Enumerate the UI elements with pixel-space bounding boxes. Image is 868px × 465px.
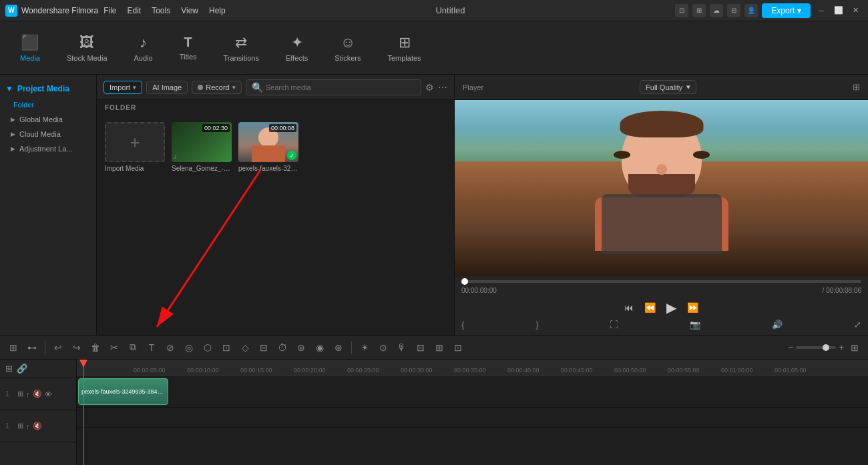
toolbar-media[interactable]: ⬛ Media (13, 30, 47, 66)
media-item-1[interactable]: 00:00:08 ✓ pexels-fauxels-3249993-... (238, 122, 298, 328)
maximize-button[interactable]: ⬜ (832, 4, 845, 17)
menu-tools[interactable]: Tools (152, 6, 170, 15)
ruler-mark-6: 00:00:35:00 (454, 367, 486, 374)
shape-button[interactable]: ◎ (181, 340, 197, 356)
time-display: 00:00:00:00 / 00:00:08:06 (461, 287, 861, 294)
record-dropdown-icon[interactable]: ▾ (232, 84, 236, 91)
export-dropdown-icon[interactable]: ▾ (797, 6, 801, 15)
color-button[interactable]: ◉ (312, 340, 328, 356)
menu-edit[interactable]: Edit (128, 6, 142, 15)
video-thumb-0[interactable]: ♪ 00:02:30 (172, 122, 232, 162)
add-track-icon[interactable]: ⊞ (5, 364, 13, 374)
track-ctrl-top: ⊞ 🔗 (0, 360, 76, 378)
cloud-icon[interactable]: ☁ (710, 4, 723, 17)
mark-in-button[interactable]: { (461, 320, 464, 330)
import-thumb[interactable]: + (105, 122, 165, 162)
frame-back-button[interactable]: ⏪ (644, 302, 656, 313)
record-button[interactable]: Record ▾ (192, 81, 241, 94)
layout-icon[interactable]: ⊟ (727, 4, 740, 17)
mark-out-button[interactable]: } (535, 320, 538, 330)
zoom-thumb[interactable] (823, 344, 829, 351)
text-button[interactable]: T (144, 340, 160, 356)
timer-button[interactable]: ⊘ (162, 340, 178, 356)
timeline-snap-button[interactable]: ⊞ (5, 340, 21, 356)
delete-button[interactable]: 🗑 (87, 340, 103, 356)
toolbar-transitions[interactable]: ⇄ Transitions (217, 30, 266, 66)
video-clip[interactable]: pexels-fauxels-3249935-3840... (78, 378, 168, 405)
progress-handle[interactable] (461, 278, 468, 285)
link-icon[interactable]: 🔗 (17, 364, 27, 374)
toolbar-audio[interactable]: ♪ Audio (128, 30, 160, 66)
motion-button[interactable]: ⊞ (431, 340, 447, 356)
playhead[interactable] (83, 360, 84, 465)
crop-button[interactable]: ⛶ (610, 320, 618, 330)
grid-icon[interactable]: ⊞ (692, 4, 706, 17)
menu-help[interactable]: Help (209, 6, 226, 15)
skip-back-button[interactable]: ⏮ (624, 302, 634, 313)
toolbar-stickers[interactable]: ☺ Stickers (328, 30, 367, 66)
project-media-header[interactable]: ▼ Project Media (0, 80, 96, 97)
video-track-mute-icon[interactable]: 🔇 (33, 390, 42, 398)
minimize-button[interactable]: ─ (815, 4, 828, 17)
toolbar-templates[interactable]: ⊞ Templates (381, 30, 427, 66)
zoom-in-icon[interactable]: + (839, 342, 844, 352)
audio-adjust-button[interactable]: ⊟ (256, 340, 272, 356)
sun-button[interactable]: ☀ (357, 340, 373, 356)
search-input[interactable] (266, 83, 415, 91)
grid-options-button[interactable]: ⊞ (847, 340, 863, 356)
mask-button[interactable]: ⬡ (200, 340, 216, 356)
erase-button[interactable]: ◇ (237, 340, 253, 356)
timeline-magnet-button[interactable]: ⊷ (24, 340, 40, 356)
more-options-icon[interactable]: ⋯ (438, 82, 447, 93)
audio-track-export-icon[interactable]: ↑ (26, 422, 30, 430)
menu-file[interactable]: File (103, 6, 116, 15)
ai-image-button[interactable]: AI Image (146, 81, 188, 94)
user-icon[interactable]: 👤 (744, 4, 758, 17)
progress-bar[interactable] (461, 280, 861, 283)
split-button[interactable]: ⧉ (125, 340, 141, 356)
video-track-export-icon[interactable]: ↑ (26, 390, 30, 398)
sidebar-folder[interactable]: Folder (0, 97, 96, 112)
filter-icon[interactable]: ⚙ (425, 82, 434, 93)
toolbar-titles[interactable]: T Titles (173, 31, 204, 65)
audio-track-mute-icon[interactable]: 🔇 (33, 422, 42, 430)
play-button[interactable]: ▶ (666, 300, 676, 316)
quality-selector[interactable]: Full Quality ▾ (640, 80, 696, 94)
export-button[interactable]: Export ▾ (762, 3, 811, 18)
video-track-add-icon[interactable]: ⊞ (17, 390, 23, 398)
volume-button[interactable]: 🔊 (772, 320, 783, 330)
import-media-item[interactable]: + Import Media (105, 122, 165, 328)
mic-button[interactable]: 🎙 (394, 340, 410, 356)
import-button[interactable]: Import ▾ (103, 81, 142, 94)
shield-button[interactable]: ⊙ (375, 340, 391, 356)
transform-button[interactable]: ⊡ (218, 340, 234, 356)
undo-button[interactable]: ↩ (50, 340, 66, 356)
sidebar-global-media[interactable]: ▶ Global Media (0, 112, 96, 127)
layer-button[interactable]: ⊟ (413, 340, 429, 356)
ai-button[interactable]: ⊛ (331, 340, 347, 356)
fullscreen-button[interactable]: ⤢ (854, 320, 861, 330)
zoom-out-icon[interactable]: − (789, 342, 794, 352)
speed-button[interactable]: ⏱ (274, 340, 290, 356)
snapshot-button[interactable]: 📷 (690, 320, 700, 330)
zoom-slider[interactable] (796, 346, 836, 349)
cut-button[interactable]: ✂ (106, 340, 122, 356)
preview-extra-icon[interactable]: ⊞ (853, 82, 860, 92)
menu-view[interactable]: View (181, 6, 198, 15)
screen-icon[interactable]: ⊡ (675, 4, 688, 17)
media-item-0[interactable]: ♪ 00:02:30 Selena_Gomez_-_My_... (172, 122, 232, 328)
toolbar-effects[interactable]: ✦ Effects (279, 30, 314, 66)
effects2-button[interactable]: ⊡ (450, 340, 466, 356)
import-dropdown-icon[interactable]: ▾ (133, 84, 136, 91)
frame-forward-button[interactable]: ⏩ (687, 302, 698, 313)
sidebar-cloud-media[interactable]: ▶ Cloud Media (0, 127, 96, 141)
toolbar-stock-media[interactable]: 🖼 Stock Media (60, 30, 114, 66)
video-track-eye-icon[interactable]: 👁 (45, 390, 52, 398)
redo-button[interactable]: ↪ (69, 340, 85, 356)
sidebar-adjustment-layer[interactable]: ▶ Adjustment La... (0, 141, 96, 156)
audio-track-add-icon[interactable]: ⊞ (17, 422, 23, 430)
video-thumb-1[interactable]: 00:00:08 ✓ (238, 122, 298, 162)
search-box[interactable]: 🔍 (246, 79, 421, 95)
close-button[interactable]: ✕ (849, 4, 863, 17)
stabilize-button[interactable]: ⊜ (293, 340, 309, 356)
